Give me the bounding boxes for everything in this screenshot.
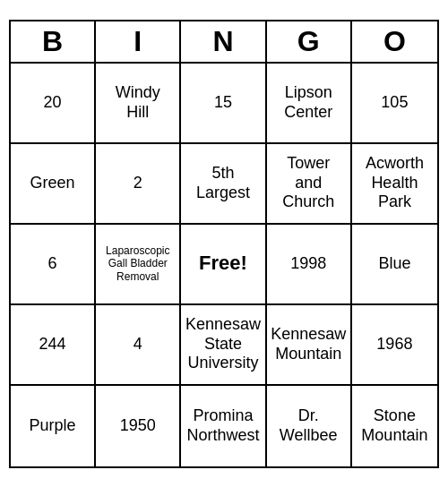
bingo-cell: 5th Largest: [181, 144, 266, 225]
bingo-cell: Laparoscopic Gall Bladder Removal: [96, 225, 181, 305]
bingo-cell: Stone Mountain: [352, 386, 437, 466]
cell-text: Stone Mountain: [361, 406, 427, 445]
bingo-cell: 105: [352, 64, 437, 144]
bingo-cell: 6: [11, 225, 96, 305]
bingo-cell: 2: [96, 144, 181, 225]
bingo-cell: Promina Northwest: [181, 386, 266, 466]
cell-text: Green: [30, 174, 75, 193]
cell-text: 6: [48, 254, 57, 274]
header-letter: O: [352, 21, 437, 62]
cell-text: Kennesaw State University: [185, 315, 261, 373]
bingo-cell: 4: [96, 305, 181, 386]
cell-text: Blue: [378, 254, 410, 274]
cell-text: 5th Largest: [196, 164, 250, 202]
bingo-cell: Kennesaw Mountain: [267, 305, 352, 386]
cell-text: 1998: [290, 254, 326, 274]
cell-text: 244: [39, 335, 66, 355]
cell-text: Dr. Wellbee: [280, 406, 338, 445]
bingo-cell: 244: [11, 305, 96, 386]
cell-text: Lipson Center: [284, 83, 332, 122]
cell-text: 105: [381, 93, 408, 113]
bingo-cell: Green: [11, 144, 96, 225]
bingo-header: BINGO: [11, 21, 437, 64]
cell-text: Laparoscopic Gall Bladder Removal: [106, 244, 169, 283]
cell-text: Windy Hill: [116, 83, 160, 122]
cell-text: 2: [134, 174, 142, 193]
bingo-cell: 15: [181, 64, 266, 144]
bingo-cell: Blue: [352, 225, 437, 305]
cell-text: 1950: [120, 416, 156, 436]
header-letter: I: [96, 21, 181, 62]
bingo-cell: 20: [11, 64, 96, 144]
header-letter: G: [267, 21, 352, 62]
header-letter: N: [181, 21, 266, 62]
bingo-grid: 20Windy Hill15Lipson Center105Green25th …: [11, 64, 437, 466]
bingo-cell: Windy Hill: [96, 64, 181, 144]
bingo-cell: Lipson Center: [267, 64, 352, 144]
cell-text: Acworth Health Park: [366, 154, 424, 212]
cell-text: 15: [214, 93, 232, 113]
bingo-cell: Tower and Church: [267, 144, 352, 225]
bingo-cell: Dr. Wellbee: [267, 386, 352, 466]
cell-text: 20: [44, 93, 62, 113]
cell-text: 1968: [376, 335, 412, 355]
cell-text: Tower and Church: [282, 154, 334, 212]
cell-text: Free!: [199, 252, 247, 275]
bingo-cell: Purple: [11, 386, 96, 466]
cell-text: Purple: [30, 416, 76, 436]
bingo-cell: Acworth Health Park: [352, 144, 437, 225]
bingo-cell: Kennesaw State University: [181, 305, 266, 386]
bingo-cell: 1950: [96, 386, 181, 466]
bingo-card: BINGO 20Windy Hill15Lipson Center105Gree…: [9, 20, 439, 468]
header-letter: B: [11, 21, 96, 62]
bingo-cell: 1968: [352, 305, 437, 386]
bingo-cell: 1998: [267, 225, 352, 305]
bingo-cell: Free!: [181, 225, 266, 305]
cell-text: Promina Northwest: [186, 406, 259, 445]
cell-text: 4: [134, 335, 142, 355]
cell-text: Kennesaw Mountain: [271, 325, 346, 363]
